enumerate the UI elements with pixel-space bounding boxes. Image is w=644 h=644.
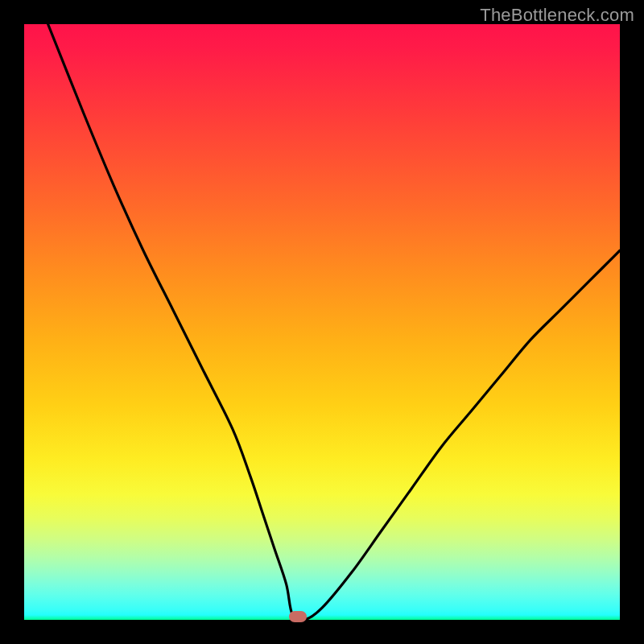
chart-container: TheBottleneck.com: [0, 0, 644, 644]
optimal-point-marker: [289, 611, 307, 622]
watermark-text: TheBottleneck.com: [480, 5, 634, 26]
plot-area: [24, 24, 620, 620]
bottleneck-curve: [24, 24, 620, 620]
